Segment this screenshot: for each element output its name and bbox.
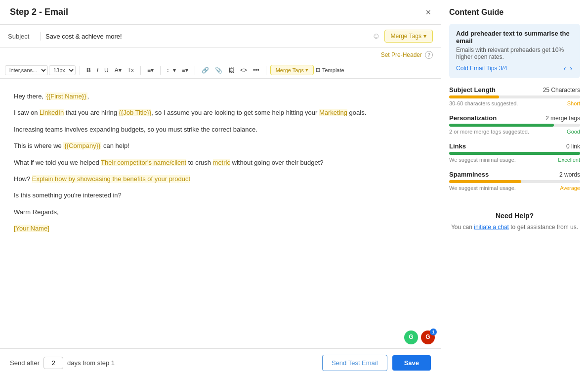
metric-bar-bg [449,180,580,183]
metric-footer: We suggest minimal usage. Excellent [449,157,580,163]
grammarly-icon-1[interactable]: G [404,330,418,344]
metric-value: 0 link [566,143,580,150]
metric-value: 2 merge tags [546,115,580,122]
emoji-button[interactable]: ☺ [372,32,380,41]
toolbar-sep-3 [160,66,161,75]
metric-value: 2 words [559,171,580,178]
italic-button[interactable]: I [94,65,101,75]
merge-tags-toolbar-button[interactable]: Merge Tags ▾ [270,65,314,75]
metric-bar-fill [449,152,580,155]
need-help-title: Need Help? [449,212,580,220]
unordered-list-button[interactable]: ≡▾ [179,65,191,75]
metric-bar-bg [449,124,580,127]
image-button[interactable]: 🖼 [226,65,237,75]
metric-hint: 30-60 characters suggested. [449,100,518,106]
font-size-select[interactable]: 13px [49,65,76,75]
link-button[interactable]: 🔗 [199,65,211,75]
bottom-bar: Send after days from step 1 Send Test Em… [0,348,441,377]
email-line-1: Hey there, {{First Name}}, [14,91,427,102]
email-line-8: Warm Regards, [14,206,427,218]
toolbar-list-group: ≔▾ ≡▾ [165,65,191,75]
subject-input[interactable] [45,33,367,40]
content-guide-title: Content Guide [449,8,580,17]
tips-next-button[interactable]: › [569,64,573,72]
toolbar-sep-2 [140,66,141,75]
job-title-tag: {{Job Title}} [119,109,151,116]
metric-hint: We suggest minimal usage. [449,157,516,163]
linkedin-tag: LinkedIn [40,109,64,116]
metric-value: 25 Characters [543,87,580,94]
metric-header: Personalization 2 merge tags [449,114,580,122]
metric-bar-fill [449,95,499,98]
send-test-button[interactable]: Send Test Email [322,355,387,371]
save-button[interactable]: Save [392,355,431,371]
metric-header: Subject Length 25 Characters [449,86,580,94]
more-button[interactable]: ••• [251,65,262,75]
subject-sep [40,32,41,41]
header: Step 2 - Email × [0,0,441,25]
email-line-9: [Your Name] [14,223,427,234]
metric-name: Links [449,142,466,150]
metric-header: Links 0 link [449,142,580,150]
competitor-tag: Their competitor's name/client [101,159,186,166]
font-family-select[interactable]: inter,sans... [5,65,48,75]
tips-nav: Cold Email Tips 3/4 ‹ › [456,64,573,72]
metrics-list: Subject Length 25 Characters 30-60 chara… [449,86,580,199]
email-line-7: Is this something you're interested in? [14,189,427,201]
metric-footer: 2 or more merge tags suggested. Good [449,129,580,135]
bold-button[interactable]: B [84,65,93,75]
preheader-help-icon[interactable]: ? [425,51,433,59]
metric-bar-fill [449,124,554,127]
send-after-label: Send after [10,359,40,367]
close-button[interactable]: × [425,8,431,17]
days-from-label: days from step 1 [67,359,115,367]
tips-arrows: ‹ › [563,64,573,72]
metric-header: Spamminess 2 words [449,171,580,178]
metric-status: Average [560,185,580,191]
metric-name: Subject Length [449,86,496,94]
first-name-tag: {{First Name}} [45,93,87,100]
metric-bar-bg [449,152,580,155]
email-line-4: This is where we {{Company}} can help! [14,140,427,151]
need-help-text: You can initiate a chat to get assistanc… [449,223,580,232]
code-button[interactable]: <> [238,65,250,75]
metric-bar-fill [449,180,521,183]
toolbar-insert-group: 🔗 📎 🖼 <> ••• [199,65,262,75]
bottom-left: Send after days from step 1 [10,357,115,369]
underline-button[interactable]: U [102,65,111,75]
metric-status: Excellent [558,157,580,163]
marketing-tag: Marketing [319,109,347,116]
email-body[interactable]: Hey there, {{First Name}}, I saw on Link… [0,79,441,348]
days-input[interactable] [43,357,63,369]
need-help-section: Need Help? You can initiate a chat to ge… [449,204,580,232]
set-preheader-button[interactable]: Set Pre-Header [381,51,422,58]
explain-tag: Explain how by showcasing the benefits o… [32,175,190,183]
body-icons: G G 1 [404,330,435,344]
metric-name: Spamminess [449,171,489,178]
initiate-chat-link[interactable]: initiate a chat [474,224,509,231]
metric-tag: metric [213,159,230,166]
ordered-list-button[interactable]: ≔▾ [165,65,178,75]
metric-item: Links 0 link We suggest minimal usage. E… [449,142,580,163]
toolbar-sep-5 [266,66,266,75]
main-panel: Step 2 - Email × Subject ☺ Merge Tags ▾ … [0,0,441,377]
tips-label: Cold Email Tips 3/4 [456,65,507,72]
grammarly-icon-2[interactable]: G 1 [421,330,435,344]
metric-item: Personalization 2 merge tags 2 or more m… [449,114,580,135]
template-button[interactable]: ⊞ Template [316,67,344,73]
metric-hint: 2 or more merge tags suggested. [449,129,529,135]
metric-bar-bg [449,95,580,98]
toolbar-font-group: inter,sans... 13px [5,65,76,75]
attachment-button[interactable]: 📎 [212,65,225,75]
strikethrough-button[interactable]: Tx [125,65,136,75]
color-button[interactable]: A▾ [112,65,124,75]
content-guide-panel: Content Guide Add preheader text to summ… [441,0,588,377]
subject-right: ☺ Merge Tags ▾ [372,30,433,43]
subject-label: Subject [8,33,35,40]
metric-item: Spamminess 2 words We suggest minimal us… [449,171,580,191]
email-line-5: What if we told you we helped Their comp… [14,157,427,168]
align-button[interactable]: ≡▾ [145,65,156,75]
metric-status: Good [567,129,580,135]
tips-prev-button[interactable]: ‹ [563,64,567,72]
merge-tags-subject-button[interactable]: Merge Tags ▾ [384,30,433,43]
